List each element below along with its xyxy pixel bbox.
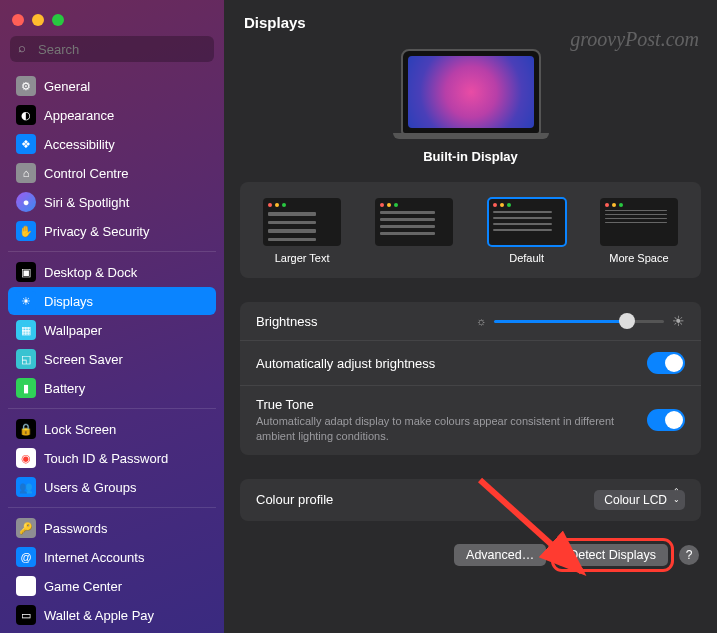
priv-icon: ✋ (16, 221, 36, 241)
sidebar-item-battery[interactable]: ▮Battery (8, 374, 216, 402)
search-container: ⌕ (0, 36, 224, 72)
sidebar-item-label: Desktop & Dock (44, 265, 137, 280)
colour-panel: Colour profile Colour LCD (240, 479, 701, 521)
sidebar-item-label: Wallpaper (44, 323, 102, 338)
scale-option-larger-text[interactable]: Larger Text (261, 196, 343, 266)
users-icon: 👥 (16, 477, 36, 497)
detect-displays-button[interactable]: Detect Displays (557, 544, 668, 566)
separator (8, 507, 216, 508)
sun-large-icon: ☀ (672, 313, 685, 329)
sun-small-icon: ☼ (476, 315, 486, 327)
sidebar: ⌕ ⚙General◐Appearance❖Accessibility⌂Cont… (0, 0, 224, 633)
sidebar-item-privacy-security[interactable]: ✋Privacy & Security (8, 217, 216, 245)
sidebar-item-internet-accounts[interactable]: @Internet Accounts (8, 543, 216, 571)
brightness-row: Brightness ☼ ☀ (240, 302, 701, 341)
help-button[interactable]: ? (679, 545, 699, 565)
sidebar-item-label: Privacy & Security (44, 224, 149, 239)
sidebar-item-label: Touch ID & Password (44, 451, 168, 466)
scale-option-more-space[interactable]: More Space (598, 196, 680, 266)
auto-brightness-toggle[interactable] (647, 352, 685, 374)
sidebar-item-lock-screen[interactable]: 🔒Lock Screen (8, 415, 216, 443)
separator (8, 408, 216, 409)
window-controls (0, 8, 224, 36)
brightness-slider[interactable] (494, 320, 664, 323)
acc-icon: ❖ (16, 134, 36, 154)
sidebar-item-displays[interactable]: ☀Displays (8, 287, 216, 315)
colour-profile-label: Colour profile (256, 492, 594, 507)
brightness-label: Brightness (256, 314, 476, 329)
sidebar-item-general[interactable]: ⚙General (8, 72, 216, 100)
zoom-icon[interactable] (52, 14, 64, 26)
minimize-icon[interactable] (32, 14, 44, 26)
sidebar-item-wallpaper[interactable]: ▦Wallpaper (8, 316, 216, 344)
wall-icon: ▦ (16, 320, 36, 340)
settings-panel: Brightness ☼ ☀ Automatically adjust brig… (240, 302, 701, 455)
sidebar-item-label: Screen Saver (44, 352, 123, 367)
sidebar-item-appearance[interactable]: ◐Appearance (8, 101, 216, 129)
sidebar-item-screen-saver[interactable]: ◱Screen Saver (8, 345, 216, 373)
advanced-button[interactable]: Advanced… (454, 544, 546, 566)
true-tone-label: True Tone (256, 397, 647, 412)
display-name: Built-in Display (423, 149, 518, 164)
sidebar-item-label: Displays (44, 294, 93, 309)
sidebar-item-label: Control Centre (44, 166, 129, 181)
auto-brightness-label: Automatically adjust brightness (256, 356, 647, 371)
sidebar-item-label: Passwords (44, 521, 108, 536)
ss-icon: ◱ (16, 349, 36, 369)
sidebar-item-game-center[interactable]: ◆Game Center (8, 572, 216, 600)
sidebar-item-label: Accessibility (44, 137, 115, 152)
bat-icon: ▮ (16, 378, 36, 398)
true-tone-toggle[interactable] (647, 409, 685, 431)
auto-brightness-row: Automatically adjust brightness (240, 341, 701, 386)
footer-actions: Advanced… Detect Displays ? (224, 533, 717, 583)
touch-icon: ◉ (16, 448, 36, 468)
game-icon: ◆ (16, 576, 36, 596)
colour-profile-select[interactable]: Colour LCD (594, 490, 685, 510)
page-title: Displays (244, 14, 697, 31)
colour-profile-row: Colour profile Colour LCD (240, 479, 701, 521)
sidebar-item-label: Siri & Spotlight (44, 195, 129, 210)
true-tone-sub: Automatically adapt display to make colo… (256, 414, 636, 444)
display-preview: Built-in Display (224, 43, 717, 170)
true-tone-row: True Tone Automatically adapt display to… (240, 386, 701, 455)
sidebar-list: ⚙General◐Appearance❖Accessibility⌂Contro… (0, 72, 224, 633)
sidebar-item-users-groups[interactable]: 👥Users & Groups (8, 473, 216, 501)
sidebar-item-passwords[interactable]: 🔑Passwords (8, 514, 216, 542)
sidebar-item-label: Internet Accounts (44, 550, 144, 565)
scale-thumb-icon (375, 198, 453, 246)
scale-option-label: Default (509, 252, 544, 264)
disp-icon: ☀ (16, 291, 36, 311)
laptop-icon (401, 49, 541, 135)
scale-option-default[interactable]: Default (486, 196, 568, 266)
slider-knob[interactable] (619, 313, 635, 329)
search-icon: ⌕ (18, 40, 26, 55)
scale-thumb-icon (263, 198, 341, 246)
sidebar-item-wallet-apple-pay[interactable]: ▭Wallet & Apple Pay (8, 601, 216, 629)
sidebar-item-label: Game Center (44, 579, 122, 594)
cc-icon: ⌂ (16, 163, 36, 183)
sidebar-item-label: Battery (44, 381, 85, 396)
wallet-icon: ▭ (16, 605, 36, 625)
pass-icon: 🔑 (16, 518, 36, 538)
close-icon[interactable] (12, 14, 24, 26)
gear-icon: ⚙ (16, 76, 36, 96)
sidebar-item-label: Wallet & Apple Pay (44, 608, 154, 623)
appear-icon: ◐ (16, 105, 36, 125)
highlight-box: Detect Displays (556, 543, 669, 567)
page-header: Displays (224, 0, 717, 43)
sidebar-item-accessibility[interactable]: ❖Accessibility (8, 130, 216, 158)
scale-option-label: Larger Text (275, 252, 330, 264)
sidebar-item-desktop-dock[interactable]: ▣Desktop & Dock (8, 258, 216, 286)
brightness-control: ☼ ☀ (476, 313, 685, 329)
scale-option-md[interactable] (373, 196, 455, 266)
content-pane: Displays Built-in Display Larger TextDef… (224, 0, 717, 633)
sidebar-item-control-centre[interactable]: ⌂Control Centre (8, 159, 216, 187)
sidebar-item-label: Lock Screen (44, 422, 116, 437)
inet-icon: @ (16, 547, 36, 567)
sidebar-item-touch-id-password[interactable]: ◉Touch ID & Password (8, 444, 216, 472)
search-input[interactable] (10, 36, 214, 62)
sidebar-item-siri-spotlight[interactable]: ●Siri & Spotlight (8, 188, 216, 216)
siri-icon: ● (16, 192, 36, 212)
sidebar-item-label: General (44, 79, 90, 94)
sidebar-item-label: Appearance (44, 108, 114, 123)
